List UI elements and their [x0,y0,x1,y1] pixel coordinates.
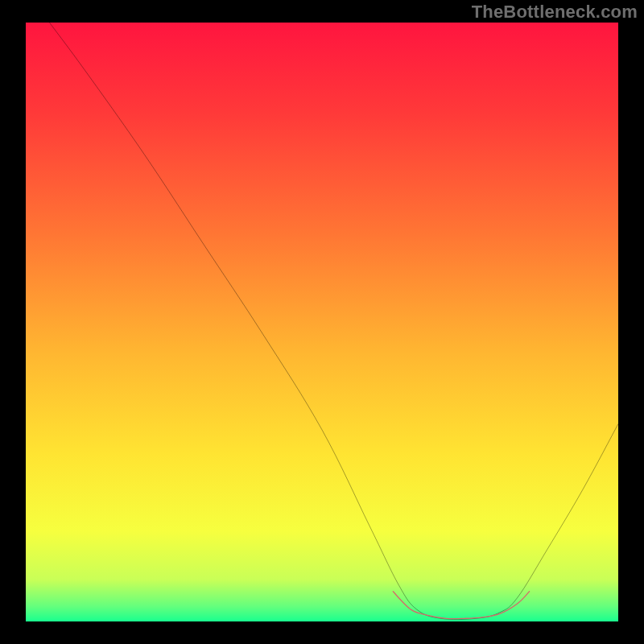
plot-area [26,23,618,621]
watermark-text: TheBottleneck.com [472,2,638,23]
optimal-band-marker [393,592,529,619]
bottleneck-curve [49,23,618,620]
chart-frame: TheBottleneck.com [0,0,644,644]
curve-layer [26,23,618,621]
